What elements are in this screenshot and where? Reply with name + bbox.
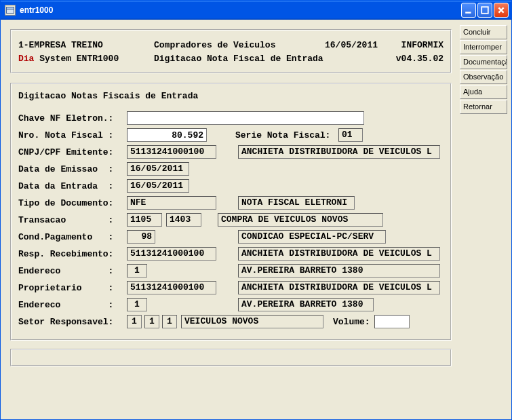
lbl-volume: Volume: (333, 317, 370, 327)
hdr-date: 16/05/2011 (325, 39, 393, 52)
field-resp-nome: ANCHIETA DISTRIBUIDORA DE VEICULOS L (238, 247, 440, 261)
hdr-version: v04.35.02 (393, 52, 444, 66)
lbl-resp: Resp. Recebimento: (18, 249, 127, 259)
client-area: 1-EMPRESA TREINO Compradores de Veiculos… (1, 20, 511, 419)
field-cnpj-nome: ANCHIETA DISTRIBUIDORA DE VEICULOS L (238, 145, 440, 159)
svg-rect-1 (7, 7, 14, 9)
field-prop: 51131241000100 (127, 281, 216, 294)
lbl-chave: Chave NF Eletron.: (18, 113, 127, 123)
main-panel: 1-EMPRESA TREINO Compradores de Veiculos… (1, 20, 458, 419)
field-cond: 98 (127, 230, 155, 244)
lbl-prop-end: Endereco : (18, 300, 127, 310)
hdr-company: 1-EMPRESA TREINO (18, 39, 154, 52)
lbl-resp-end: Endereco : (18, 266, 127, 276)
field-emissao: 16/05/2011 (127, 162, 189, 176)
field-resp: 51131241000100 (127, 247, 216, 261)
lbl-setor: Setor Responsavel: (18, 317, 127, 327)
field-transacao2: 1403 (166, 213, 201, 227)
svg-rect-4 (481, 7, 488, 14)
field-serie: 01 (338, 128, 363, 142)
form-frame: Digitacao Notas Fiscais de Entrada Chave… (10, 83, 452, 341)
hdr-screen-desc: Compradores de Veiculos (154, 39, 325, 52)
svg-rect-3 (465, 12, 471, 13)
field-transacao-desc: COMPRA DE VEICULOS NOVOS (218, 213, 383, 227)
app-icon (5, 5, 16, 16)
close-button[interactable] (494, 3, 509, 18)
btn-retornar[interactable]: Retornar (460, 100, 507, 114)
titlebar: entr1000 (1, 1, 511, 20)
lbl-entrada: Data da Entrada : (18, 181, 127, 191)
maximize-button[interactable] (477, 3, 492, 18)
field-tipo-desc: NOTA FISCAL ELETRONI (238, 196, 355, 210)
window-title: entr1000 (20, 5, 461, 15)
lbl-transacao: Transacao : (18, 215, 127, 225)
header-band: 1-EMPRESA TREINO Compradores de Veiculos… (10, 29, 452, 73)
minimize-button[interactable] (461, 3, 476, 18)
field-resp-end: AV.PEREIRA BARRETO 1380 (238, 264, 440, 278)
hdr-db: INFORMIX (393, 39, 444, 52)
btn-interromper[interactable]: Interromper (460, 40, 507, 54)
btn-documentacao[interactable]: Documentação (460, 55, 507, 69)
lbl-prop: Proprietario : (18, 283, 127, 293)
lbl-tipo: Tipo de Documento: (18, 198, 127, 208)
btn-ajuda[interactable]: Ajuda (460, 85, 507, 99)
field-entrada: 16/05/2011 (127, 179, 189, 193)
input-volume[interactable] (374, 315, 410, 328)
field-cond-desc: CONDICAO ESPECIAL-PC/SERV (238, 230, 386, 244)
lbl-cnpj: CNPJ/CPF Emitente: (18, 147, 127, 157)
field-tipo: NFE (127, 196, 216, 210)
sidebar: Concluir Interromper Documentação Observ… (458, 20, 511, 419)
field-transacao1: 1105 (127, 213, 162, 227)
field-prop-end-num: 1 (127, 298, 147, 311)
field-resp-end-num: 1 (127, 264, 147, 278)
window-controls (461, 3, 509, 18)
btn-concluir[interactable]: Concluir (460, 25, 507, 39)
field-prop-nome: ANCHIETA DISTRIBUIDORA DE VEICULOS L (238, 281, 440, 294)
form-title: Digitacao Notas Fiscais de Entrada (18, 91, 444, 101)
field-setor2: 1 (144, 315, 159, 328)
lbl-emissao: Data de Emissao : (18, 164, 127, 174)
hdr-system: Dia System ENTR1000 (18, 52, 154, 66)
lbl-cond: Cond.Pagamento : (18, 232, 127, 242)
field-cnpj: 51131241000100 (127, 145, 216, 159)
field-setor3: 1 (162, 315, 177, 328)
field-setor1: 1 (127, 315, 142, 328)
lbl-nro: Nro. Nota Fiscal : (18, 130, 127, 140)
input-chave[interactable] (127, 111, 364, 125)
svg-rect-2 (7, 9, 14, 13)
app-window: entr1000 1-EMPRESA TREINO Compradores de… (0, 0, 512, 420)
input-nro[interactable] (127, 128, 207, 142)
field-prop-end: AV.PEREIRA BARRETO 1380 (238, 298, 374, 311)
btn-observacao[interactable]: Observação (460, 70, 507, 84)
field-setor-desc: VEICULOS NOVOS (181, 315, 323, 328)
status-bar (10, 349, 452, 366)
lbl-serie: Serie Nota Fiscal: (235, 130, 338, 140)
hdr-program-desc: Digitacao Nota Fiscal de Entrada (154, 52, 325, 66)
